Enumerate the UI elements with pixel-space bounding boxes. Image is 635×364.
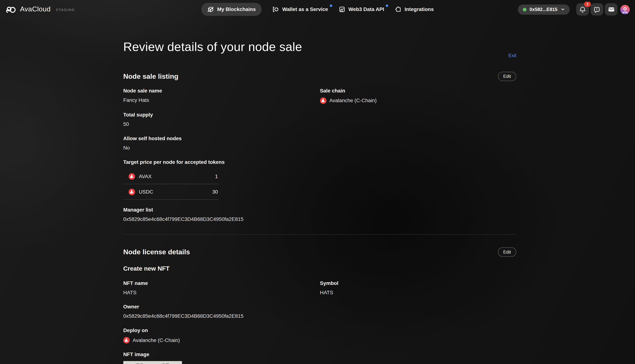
field-target-price: Target price per node for accepted token… (123, 159, 516, 200)
field-node-sale-name: Node sale name Fancy Hats (123, 88, 320, 104)
section-divider (123, 234, 516, 235)
token-name: USDC (139, 189, 153, 194)
connection-status-icon (523, 8, 526, 11)
wallet-address: 0x582...E815 (530, 7, 557, 12)
main-content: Exit Review details of your node sale No… (123, 39, 516, 364)
field-label: NFT name (123, 280, 320, 286)
avalanche-icon (123, 337, 130, 344)
field-value: Fancy Hats (123, 98, 320, 104)
field-total-supply: Total supply 50 (123, 112, 320, 128)
nav-web3-data-api[interactable]: Web3 Data API (339, 6, 384, 13)
nav-label: Integrations (404, 6, 434, 12)
field-nft-image: NFT image (123, 352, 516, 364)
top-navigation-bar: AvaCloud STAGING My Blockchains (0, 0, 635, 19)
field-label: Allow self hosted nodes (123, 136, 320, 142)
field-label: NFT image (123, 352, 516, 358)
brand-name: AvaCloud (20, 5, 51, 14)
field-label: Target price per node for accepted token… (123, 159, 516, 165)
field-label: Manager list (123, 207, 516, 213)
integrations-puzzle-icon (395, 6, 401, 13)
token-price: 30 (212, 189, 218, 194)
wallet-service-icon (273, 6, 279, 13)
listing-edit-button[interactable]: Edit (498, 72, 516, 81)
token-price-table: AVAX 1 USDC 30 (123, 169, 219, 200)
field-value: Avalanche (C-Chain) (329, 98, 376, 104)
field-allow-self-hosted: Allow self hosted nodes No (123, 136, 320, 151)
nav-my-blockchains[interactable]: My Blockchains (201, 3, 262, 16)
create-new-nft-subtitle: Create new NFT (123, 264, 516, 272)
field-label: Total supply (123, 112, 320, 118)
data-api-icon (339, 6, 345, 13)
nav-label: Web3 Data API (348, 6, 384, 12)
main-nav: My Blockchains Wallet as a Service (201, 0, 434, 19)
wallet-button[interactable] (605, 3, 617, 16)
license-section-header: Node license details Edit (123, 247, 516, 257)
field-value: HATS (123, 290, 320, 296)
field-value: 0x5829c85e4c68c4f799EC3D4B68D3C4950fa2E8… (123, 313, 320, 320)
field-value: 50 (123, 122, 320, 128)
listing-section-header: Node sale listing Edit (123, 72, 516, 81)
nav-wallet-as-a-service[interactable]: Wallet as a Service (273, 6, 328, 13)
token-row-usdc: USDC 30 (123, 184, 219, 200)
license-edit-button[interactable]: Edit (498, 247, 516, 257)
nav-label: Wallet as a Service (282, 6, 328, 12)
notifications-button[interactable]: 2 (576, 3, 589, 16)
nav-integrations[interactable]: Integrations (395, 6, 434, 13)
app-window: AvaCloud STAGING My Blockchains (0, 0, 635, 364)
avalanche-icon (129, 188, 135, 195)
field-value: Avalanche (C-Chain) (133, 338, 180, 343)
user-avatar[interactable] (620, 5, 630, 14)
avacloud-cloud-icon (5, 5, 16, 14)
field-label: Deploy on (123, 328, 320, 334)
avalanche-icon (320, 98, 326, 104)
page-title: Review details of your node sale (123, 39, 516, 54)
field-nft-name: NFT name HATS (123, 280, 320, 296)
listing-fields: Node sale name Fancy Hats Sale chain (123, 88, 516, 222)
field-manager-list: Manager list 0x5829c85e4c68c4f799EC3D4B6… (123, 207, 516, 222)
brand[interactable]: AvaCloud STAGING (5, 5, 75, 14)
field-label: Symbol (320, 280, 516, 286)
listing-section-title: Node sale listing (123, 72, 178, 81)
token-name: AVAX (139, 174, 152, 179)
license-section-title: Node license details (123, 247, 190, 257)
field-value: No (123, 145, 320, 151)
field-sale-chain: Sale chain Avalanche (C-Chain) (320, 88, 516, 104)
bell-icon (579, 6, 586, 13)
license-fields: NFT name HATS Symbol HATS Owner 0x5829c8… (123, 280, 516, 364)
token-row-avax: AVAX 1 (123, 169, 219, 184)
header-right-cluster: 0x582...E815 2 (518, 3, 630, 16)
field-label: Node sale name (123, 88, 320, 94)
field-symbol: Symbol HATS (320, 280, 516, 296)
chevron-down-icon (561, 7, 565, 12)
field-value: HATS (320, 290, 516, 296)
wallet-address-menu[interactable]: 0x582...E815 (518, 4, 570, 14)
avalanche-icon (129, 173, 135, 180)
feedback-icon (593, 6, 600, 13)
avatar-person-icon (620, 6, 630, 14)
field-deploy-on: Deploy on Avalanche (C-Chain) (123, 328, 320, 344)
wallet-icon (607, 6, 615, 13)
exit-link[interactable]: Exit (508, 53, 516, 58)
notifications-count-badge: 2 (584, 2, 591, 7)
token-price: 1 (215, 174, 219, 179)
notification-dot-icon (386, 4, 388, 7)
feedback-button[interactable] (590, 3, 603, 16)
field-owner: Owner 0x5829c85e4c68c4f799EC3D4B68D3C495… (123, 304, 320, 320)
blockchains-cube-icon (207, 6, 214, 13)
nav-label: My Blockchains (217, 6, 256, 12)
field-value: 0x5829c85e4c68c4f799EC3D4B68D3C4950fa2E8… (123, 216, 516, 222)
nft-image-thumbnail[interactable] (123, 361, 182, 364)
field-label: Owner (123, 304, 320, 310)
notification-dot-icon (330, 4, 332, 7)
field-label: Sale chain (320, 88, 516, 94)
environment-label: STAGING (56, 8, 75, 12)
